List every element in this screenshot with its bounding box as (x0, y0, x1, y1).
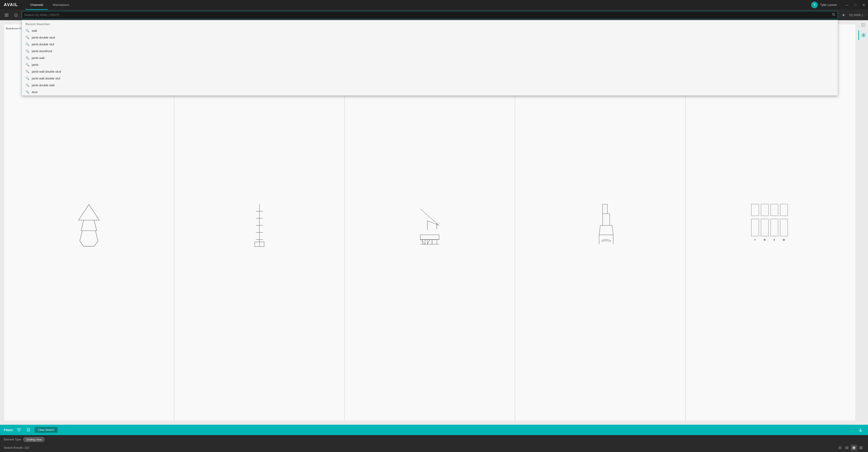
svg-line-13 (80, 241, 84, 246)
tab-channels[interactable]: Channels (26, 0, 48, 10)
svg-rect-78 (854, 448, 855, 449)
svg-rect-75 (852, 446, 854, 448)
search-small-icon: 🔍 (26, 49, 29, 53)
svg-rect-80 (861, 446, 861, 449)
search-small-icon: 🔍 (26, 36, 29, 39)
svg-text:F2: F2 (764, 239, 766, 240)
recent-search-item[interactable]: 🔍 jamb storefront (22, 48, 838, 55)
minimize-button[interactable]: — (843, 0, 851, 10)
recent-search-item[interactable]: 🔍 jamb wall double stud (22, 68, 838, 75)
svg-text:F: F (754, 239, 755, 240)
search-submit-icon[interactable] (832, 13, 835, 17)
recent-search-label: jamb double wall (32, 84, 55, 87)
recent-search-label: jamb double stud (32, 36, 55, 39)
svg-rect-63 (861, 26, 865, 27)
svg-rect-52 (780, 204, 788, 216)
clear-search-button[interactable]: Clear Search (34, 427, 58, 433)
svg-text:S2: S2 (783, 239, 785, 240)
svg-rect-81 (862, 446, 863, 449)
search-results-count: Search Results: 102 (4, 446, 29, 449)
recent-search-item[interactable]: 🔍 jamb wall double stuf (22, 75, 838, 82)
svg-line-14 (94, 241, 98, 246)
svg-line-29 (427, 240, 430, 244)
svg-rect-61 (861, 23, 865, 24)
user-name: Tyler Larson (820, 3, 837, 7)
svg-line-12 (95, 231, 98, 241)
svg-line-45 (612, 225, 613, 235)
recent-search-item[interactable]: 🔍 wall (22, 27, 838, 34)
svg-rect-2 (5, 16, 8, 17)
search-wrapper: Recent Searches 🔍 wall 🔍 jamb double stu… (22, 11, 838, 19)
search-small-icon: 🔍 (26, 84, 29, 87)
grid-view-button[interactable] (850, 445, 857, 451)
dropdown-header: Recent Searches (22, 20, 838, 27)
svg-point-3 (832, 13, 834, 15)
menu-icon-button[interactable] (3, 11, 10, 19)
svg-rect-62 (861, 25, 865, 25)
filter-list-icon[interactable] (16, 427, 22, 433)
svg-rect-51 (771, 204, 778, 216)
search-small-icon: 🔍 (26, 63, 29, 66)
recent-search-label: jamb (32, 63, 38, 66)
recent-search-label: jamb storefront (32, 49, 52, 53)
home-icon-button[interactable] (12, 11, 20, 19)
size-slider[interactable] (838, 446, 842, 449)
search-small-icon: 🔍 (26, 90, 29, 94)
grid-view-icon[interactable] (858, 31, 868, 40)
svg-rect-0 (5, 13, 8, 14)
filter-flag-icon[interactable] (25, 427, 32, 433)
search-input[interactable] (24, 13, 832, 17)
element-type-bar: Element Type Drafting View (0, 435, 868, 444)
search-small-icon: 🔍 (26, 77, 29, 80)
svg-rect-76 (854, 446, 855, 448)
svg-rect-64 (862, 33, 863, 35)
search-small-icon: 🔍 (26, 56, 29, 60)
star-icon-button[interactable]: ★ (840, 11, 847, 19)
svg-text:S: S (774, 239, 775, 240)
recent-search-item[interactable]: 🔍 jamb wall (22, 55, 838, 61)
recent-search-item[interactable]: 🔍 jamb double wall (22, 82, 838, 89)
breadcrumb: 01) AVAIL |... (849, 13, 865, 17)
recent-search-label: jamb double stuf (32, 42, 54, 46)
sidebar-toggle-icon[interactable] (858, 20, 868, 30)
tab-marketplace[interactable]: Marketplace (48, 0, 74, 10)
svg-line-5 (79, 205, 89, 220)
svg-rect-77 (852, 448, 854, 449)
right-side-panel (858, 20, 868, 40)
recent-search-label: wall (32, 29, 37, 32)
maximize-button[interactable]: □ (851, 0, 860, 10)
bottom-bar: Filters Clear Search (0, 425, 868, 435)
recent-search-item[interactable]: 🔍 jamb (22, 61, 838, 68)
recent-search-item[interactable]: 🔍 door (22, 89, 838, 95)
svg-line-9 (94, 220, 97, 230)
search-small-icon: 🔍 (26, 70, 29, 73)
search-dropdown: Recent Searches 🔍 wall 🔍 jamb double stu… (22, 20, 838, 96)
svg-line-8 (81, 220, 84, 230)
element-type-badge[interactable]: Drafting View (23, 437, 44, 442)
svg-rect-67 (864, 35, 865, 37)
svg-rect-49 (751, 204, 759, 216)
user-area: T Tyler Larson (807, 2, 841, 8)
recent-search-item[interactable]: 🔍 jamb double stuf (22, 41, 838, 48)
svg-rect-56 (780, 219, 788, 236)
filters-label: Filters (4, 428, 13, 432)
svg-line-11 (80, 231, 83, 241)
svg-rect-54 (761, 219, 768, 236)
search-bar (22, 11, 838, 19)
svg-line-44 (599, 225, 600, 235)
recent-search-label: door (32, 90, 38, 94)
columns-view-button[interactable] (858, 445, 864, 451)
recent-search-label: jamb wall double stud (32, 70, 61, 73)
close-button[interactable]: ✕ (860, 0, 868, 10)
search-small-icon: 🔍 (26, 42, 29, 46)
svg-line-4 (834, 15, 835, 16)
download-icon-button[interactable] (857, 426, 864, 434)
recent-search-label: jamb wall (32, 56, 44, 60)
svg-rect-66 (862, 35, 863, 37)
svg-rect-26 (420, 235, 439, 240)
recent-search-item[interactable]: 🔍 jamb double stud (22, 34, 838, 41)
list-view-button[interactable] (843, 445, 850, 451)
svg-rect-79 (859, 446, 860, 449)
avatar: T (811, 2, 818, 8)
search-small-icon: 🔍 (26, 29, 29, 32)
